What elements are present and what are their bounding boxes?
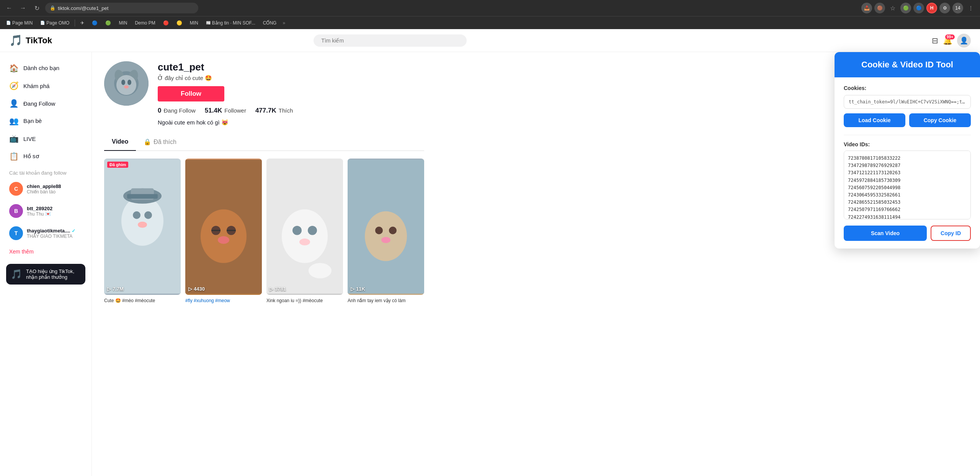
video-thumbnail-3 (266, 159, 343, 295)
video-views-4: ▷ 11K (351, 286, 365, 292)
home-icon: 🏠 (9, 64, 19, 73)
sidebar-item-kham-pha[interactable]: 🧭 Khám phá (6, 77, 85, 94)
svg-point-33 (381, 237, 390, 243)
explore-icon: 🧭 (9, 81, 19, 90)
tab-video[interactable]: Video (104, 134, 136, 151)
video-card-3[interactable]: ▷ 3781 (266, 159, 343, 295)
extension-highlighted[interactable]: H (926, 3, 937, 13)
sidebar-item-dang-follow[interactable]: 👤 Đang Follow (6, 95, 85, 112)
promo-icon: 🎵 (11, 269, 22, 280)
video-card-4[interactable]: ▷ 11K (348, 159, 424, 295)
filter-button[interactable]: ⊟ (932, 36, 938, 45)
bookmark-ext4[interactable]: 🟡 (173, 19, 185, 27)
tiktok-logo: 🎵 TikTok (9, 34, 78, 47)
extension-4[interactable]: 🔵 (913, 3, 924, 13)
video-desc-2: #fly #xuhuong #meow (185, 298, 262, 303)
account-name-thay: thaygiaotikmeta.... ✓ (27, 228, 75, 234)
video-thumbnail-4 (348, 159, 424, 295)
stat-following-number: 0 (158, 107, 161, 115)
sidebar-item-ho-so[interactable]: 📋 Hồ sơ (6, 148, 85, 165)
sidebar-item-live[interactable]: 📺 LIVE (6, 130, 85, 147)
stat-following: 0 Đang Follow (158, 107, 196, 115)
bookmark-bang-tin[interactable]: 📰 Bảng tin · MIN SOF... (203, 19, 258, 27)
video-card-1[interactable]: Đã ghim ▷ 7.7M (104, 159, 181, 295)
search-bar (314, 34, 467, 47)
profile-description: Ngoài cute em hok có gì 😻 (158, 119, 424, 126)
see-more-button[interactable]: Xem thêm (6, 245, 85, 258)
play-icon-3: ▷ (270, 286, 273, 292)
tiktok-header: 🎵 TikTok ⊟ 🔔 99+ 👤 (0, 29, 980, 52)
svg-point-5 (121, 80, 125, 85)
tab-da-thich[interactable]: 🔒 Đã thích (136, 134, 184, 151)
video-id-buttons: Scan Video Copy ID (844, 226, 971, 241)
bookmarks-bar: 📄 Page MIN 📄 Page OMO ✈ 🔵 🟢 MIN Demo PM … (0, 16, 980, 29)
play-icon-1: ▷ (107, 286, 111, 292)
extension-6[interactable]: 14 (952, 3, 963, 13)
sidebar-account-chien[interactable]: C chien_apple88 Chiến bán táo (6, 179, 85, 199)
bookmarks-more[interactable]: » (283, 20, 285, 26)
video-descriptions: Cute 🤩 #mèo #mèocute #fly #xuhuong #meow… (104, 298, 424, 303)
video-desc-1: Cute 🤩 #mèo #mèocute (104, 298, 181, 303)
bookmark-cong[interactable]: CỐNG (260, 19, 280, 27)
cookies-label: Cookies: (844, 85, 971, 91)
bookmark-page-omo[interactable]: 📄 Page OMO (37, 19, 72, 27)
following-icon: 👤 (9, 99, 19, 108)
sidebar-account-thay[interactable]: T thaygiaotikmeta.... ✓ THẦY GIÁO TIKMET… (6, 223, 85, 243)
star-button[interactable]: ☆ (887, 3, 898, 13)
refresh-button[interactable]: ↻ (31, 3, 42, 13)
profile-username: cute1_pet (158, 61, 424, 73)
tiktok-logo-text: TikTok (26, 36, 52, 46)
video-desc-4: Anh nắm tay iem vậy có làm (348, 298, 424, 303)
stat-following-label: Đang Follow (163, 107, 195, 114)
header-right: ⊟ 🔔 99+ 👤 (932, 34, 971, 47)
bookmark-page-min[interactable]: 📄 Page MIN (3, 19, 36, 27)
video-thumbnail-2 (185, 159, 262, 295)
account-name-chien: chien_apple88 (27, 183, 61, 189)
plugin-popup: Cookie & Video ID Tool Cookies: Load Coo… (835, 52, 980, 249)
promo-text: TẠO hiệu ứng TikTok, nhận phần thưởng (26, 268, 81, 280)
profile-avatar (104, 61, 149, 106)
load-cookie-button[interactable]: Load Cookie (844, 113, 905, 127)
bookmark-min[interactable]: MIN (116, 19, 130, 27)
cookie-input[interactable] (844, 95, 971, 109)
sidebar-item-danh-cho-ban[interactable]: 🏠 Dành cho bạn (6, 60, 85, 77)
extension-2[interactable]: 🟤 (874, 3, 885, 13)
profile-tabs: Video 🔒 Đã thích (104, 134, 424, 151)
bookmark-min2[interactable]: MIN (187, 19, 201, 27)
notification-button[interactable]: 🔔 99+ (943, 36, 952, 45)
profile-header: cute1_pet Ở đây chỉ có cute 🤩 Follow 0 Đ… (104, 61, 424, 126)
bookmark-ext3[interactable]: 🔴 (160, 19, 172, 27)
copy-id-button[interactable]: Copy ID (931, 226, 971, 241)
bookmark-ext2[interactable]: 🟢 (102, 19, 114, 27)
copy-cookie-button[interactable]: Copy Cookie (909, 113, 971, 127)
main-content: cute1_pet Ở đây chỉ có cute 🤩 Follow 0 Đ… (92, 52, 436, 476)
back-button[interactable]: ← (4, 3, 15, 13)
address-bar[interactable]: 🔒 tiktok.com/@cute1_pet (45, 3, 198, 13)
bookmark-telegram[interactable]: ✈ (77, 19, 87, 27)
sidebar-nav: 🏠 Dành cho bạn 🧭 Khám phá 👤 Đang Follow … (6, 60, 85, 165)
extension-3[interactable]: 🟢 (900, 3, 911, 13)
video-ids-textarea[interactable] (844, 150, 971, 219)
video-card-2[interactable]: ▷ 4430 (185, 159, 262, 295)
sidebar-promo[interactable]: 🎵 TẠO hiệu ứng TikTok, nhận phần thưởng (6, 264, 85, 285)
scan-video-button[interactable]: Scan Video (844, 226, 927, 241)
profile-info: cute1_pet Ở đây chỉ có cute 🤩 Follow 0 Đ… (158, 61, 424, 126)
browser-actions: 📥 🟤 ☆ 🟢 🔵 H ⚙ 14 ⋮ (861, 3, 976, 13)
video-badge-1: Đã ghim (107, 162, 128, 168)
bookmark-ext1[interactable]: 🔵 (89, 19, 101, 27)
bookmark-demo-pm[interactable]: Demo PM (132, 19, 158, 27)
account-avatar-chien: C (9, 182, 23, 196)
stat-followers-number: 51.4K (205, 107, 222, 115)
sidebar-account-btt[interactable]: B btt_289202 Thu Thu 💌 (6, 201, 85, 221)
cat-svg-3 (266, 159, 343, 295)
user-avatar[interactable]: 👤 (957, 34, 971, 47)
forward-button[interactable]: → (18, 3, 28, 13)
svg-point-24 (282, 209, 328, 263)
follow-button[interactable]: Follow (158, 86, 224, 101)
extension-1[interactable]: 📥 (861, 3, 872, 13)
sidebar-item-ban-be[interactable]: 👥 Bạn bè (6, 113, 85, 129)
menu-button[interactable]: ⋮ (965, 3, 976, 13)
extension-5[interactable]: ⚙ (939, 3, 950, 13)
stat-likes: 477.7K Thích (255, 107, 293, 115)
search-input[interactable] (314, 34, 467, 47)
